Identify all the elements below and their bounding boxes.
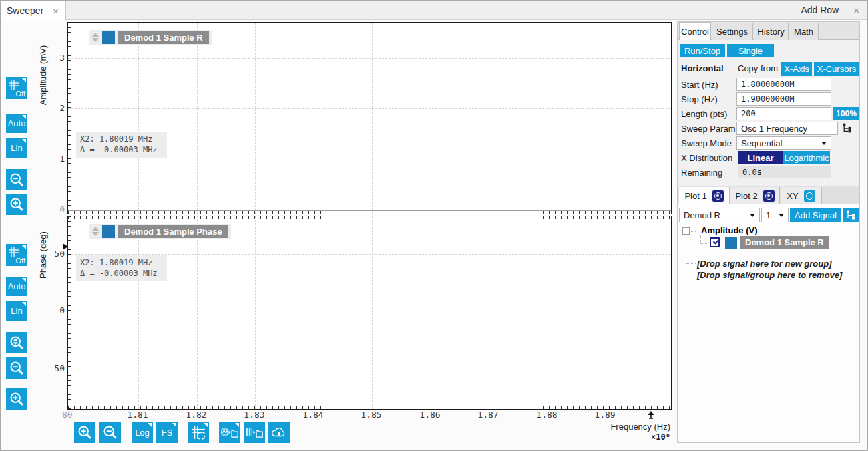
signal-item-label[interactable]: Demod 1 Sample R	[740, 236, 829, 249]
plot1-ytick: 1	[42, 154, 65, 164]
chevron-down-icon	[821, 142, 827, 145]
gridline	[431, 216, 431, 409]
tab-xy[interactable]: XY	[781, 187, 822, 204]
tab-sweeper-label: Sweeper	[7, 5, 43, 16]
signal-tree-area: Demod R 1 Add Signal Amplitude (V) Demod…	[678, 204, 859, 442]
legend-sort-icon[interactable]	[92, 33, 99, 42]
add-row-button[interactable]: Add Row	[801, 5, 839, 15]
save-data-button[interactable]	[244, 422, 265, 443]
plot2-zoom-in-button[interactable]	[6, 388, 27, 410]
length-percent-badge[interactable]: 100%	[833, 107, 859, 120]
length-input[interactable]: 200	[736, 107, 831, 120]
x-zoom-out-button[interactable]	[99, 422, 121, 443]
tab-settings[interactable]: Settings	[712, 23, 753, 40]
x-zoom-in-button[interactable]	[74, 422, 95, 443]
node-tree-icon[interactable]	[842, 122, 853, 134]
x-distribution-label: X Distribution	[681, 153, 732, 163]
plot2-lin-scale-button[interactable]: Lin	[6, 301, 27, 321]
control-panel: Control Settings History Math Run/Stop S…	[677, 21, 860, 443]
add-signal-button[interactable]: Add Signal	[790, 208, 841, 222]
single-button[interactable]: Single	[727, 44, 774, 57]
plot1-amplitude[interactable]: Demod 1 Sample R X1: 1.80022 MHz X2: 1.8…	[67, 22, 672, 214]
zoom-in-icon	[9, 196, 25, 212]
add-row-close-icon[interactable]: ×	[853, 5, 859, 16]
plot2-phase[interactable]: Demod 1 Sample Phase X2: 1.80019 MHz Δ =…	[67, 216, 672, 410]
stop-input[interactable]: 1.90000000M	[736, 92, 831, 106]
remaining-value: 0.0s	[738, 166, 831, 178]
auto-label: Auto	[8, 281, 26, 291]
x-axis-label: Frequency (Hz)	[610, 422, 670, 432]
plot1-legend-label[interactable]: Demod 1 Sample R	[118, 31, 209, 44]
plot2-legend-label[interactable]: Demod 1 Sample Phase	[118, 225, 228, 238]
fs-label: FS	[162, 428, 173, 438]
tab-control[interactable]: Control	[679, 22, 711, 40]
legend-sort-icon[interactable]	[92, 227, 99, 236]
xtick: 1.84	[298, 410, 328, 420]
tab-plot1[interactable]: Plot 1	[679, 187, 730, 204]
flyout-triangle-icon	[22, 139, 26, 143]
start-input[interactable]: 1.80000000M	[736, 78, 831, 91]
save-plot-image-button[interactable]	[219, 422, 240, 443]
tab-sweeper-close-icon[interactable]: ×	[53, 5, 59, 17]
plot2-radio-icon[interactable]	[763, 190, 775, 202]
series-color-swatch[interactable]	[102, 225, 115, 238]
plot2-auto-scale-button[interactable]: Auto	[6, 277, 27, 296]
plot1-lin-scale-button[interactable]: Lin	[6, 138, 27, 158]
panel-tab-bar: Control Settings History Math	[678, 22, 859, 40]
tree-connector	[700, 243, 708, 244]
full-scale-button[interactable]: FS	[156, 422, 178, 443]
cloud-upload-icon	[270, 425, 288, 440]
plot1-legend[interactable]: Demod 1 Sample R	[89, 30, 212, 45]
tree-connector	[686, 263, 696, 264]
tree-connector	[700, 235, 701, 243]
x-distribution-log-button[interactable]: Logarithmic	[783, 151, 830, 164]
plot2-zoom-fit-vertical-button[interactable]	[6, 332, 27, 353]
x-minor-ticks	[68, 406, 671, 409]
gridline	[68, 58, 671, 59]
cloud-upload-button[interactable]	[268, 422, 290, 443]
flyout-triangle-icon	[22, 245, 26, 249]
plot1-grid-toggle-button[interactable]: Off	[6, 77, 27, 99]
lin-label: Lin	[11, 306, 22, 316]
zoom-select-region-button[interactable]	[188, 422, 209, 443]
tab-plot2[interactable]: Plot 2	[730, 187, 780, 204]
sweep-mode-select[interactable]: Sequential	[736, 136, 831, 150]
sweep-param-label: Sweep Param	[681, 124, 736, 134]
top-tab-bar: Sweeper × Add Row ×	[1, 1, 867, 20]
plot1-zoom-out-button[interactable]	[6, 169, 27, 190]
tab-history[interactable]: History	[754, 23, 789, 40]
x-distribution-linear-button[interactable]: Linear	[738, 151, 783, 164]
plot2-legend[interactable]: Demod 1 Sample Phase	[89, 224, 231, 239]
drop-new-group-hint[interactable]: [Drop signal here for new group]	[697, 259, 832, 269]
copy-from-x-axis-button[interactable]: X-Axis	[781, 62, 812, 76]
plot2-zoom-out-button[interactable]	[6, 357, 27, 379]
x-log-scale-button[interactable]: Log	[132, 422, 153, 443]
plot2-grid-toggle-button[interactable]: Off	[6, 244, 27, 266]
plot1-radio-icon[interactable]	[712, 190, 724, 202]
gridline	[138, 23, 139, 214]
gridline	[314, 23, 314, 214]
signal-checkbox[interactable]	[710, 237, 720, 247]
tree-collapse-toggle[interactable]	[682, 227, 690, 235]
series-color-swatch[interactable]	[102, 31, 115, 44]
sweep-param-field[interactable]: Osc 1 Frequency	[736, 122, 838, 135]
signal-source-select[interactable]: Demod R	[679, 208, 760, 222]
xy-radio-icon[interactable]	[804, 190, 815, 202]
plot1-zoom-in-button[interactable]	[6, 194, 27, 215]
signal-color-swatch[interactable]	[725, 237, 737, 249]
tab-sweeper[interactable]: Sweeper ×	[1, 1, 66, 20]
plot2-ytick: -50	[42, 363, 65, 373]
plot2-cursor-readout: X2: 1.80019 MHz Δ = -0.00003 MHz	[76, 255, 167, 281]
xtick: 1.85	[357, 410, 386, 420]
log-label: Log	[135, 428, 150, 438]
lin-label: Lin	[11, 143, 22, 153]
drop-remove-hint[interactable]: [Drop signal/group here to remove]	[697, 270, 842, 280]
signal-tree-button[interactable]	[843, 208, 859, 222]
tab-math[interactable]: Math	[789, 23, 819, 40]
axis-end-arrow-icon[interactable]	[646, 410, 656, 420]
signal-channel-select[interactable]: 1	[761, 208, 789, 222]
copy-from-x-cursors-button[interactable]: X-Cursors	[814, 62, 859, 76]
gridline	[548, 23, 548, 214]
plot1-auto-scale-button[interactable]: Auto	[6, 114, 27, 133]
run-stop-button[interactable]: Run/Stop	[680, 44, 725, 57]
